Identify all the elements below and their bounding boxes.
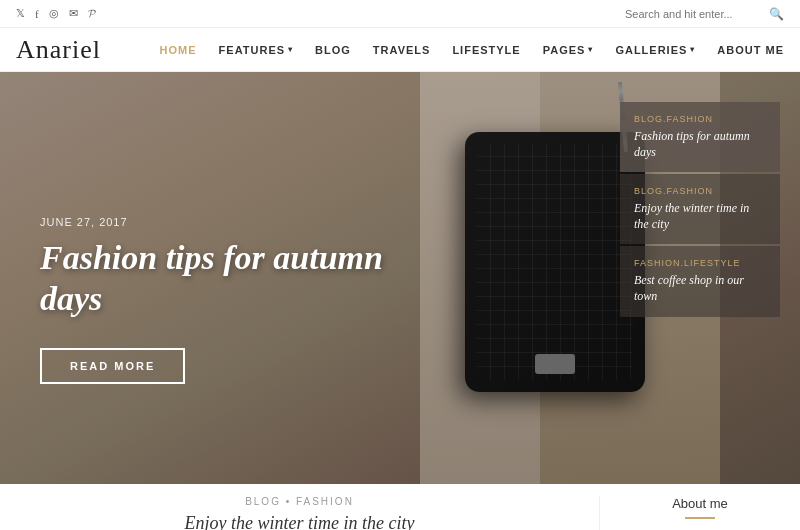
nav-item-pages[interactable]: PAGES ▾ xyxy=(543,44,594,56)
sidebar-card-title-0: Fashion tips for autumn days xyxy=(634,129,766,160)
sidebar-card-title-2: Best coffee shop in our town xyxy=(634,273,766,304)
hero-section: JUNE 27, 2017 Fashion tips for autumn da… xyxy=(0,72,800,484)
email-icon[interactable]: ✉ xyxy=(69,7,78,20)
instagram-icon[interactable]: ◎ xyxy=(49,7,59,20)
bottom-section: BLOG • FASHION Enjoy the winter time in … xyxy=(0,484,800,530)
nav-item-features[interactable]: FEATURES ▾ xyxy=(219,44,293,56)
nav-item-blog[interactable]: BLOG xyxy=(315,44,351,56)
nav-item-home[interactable]: HOME xyxy=(160,44,197,56)
hero-date: JUNE 27, 2017 xyxy=(40,216,400,228)
hero-content: JUNE 27, 2017 Fashion tips for autumn da… xyxy=(40,216,400,384)
read-more-button[interactable]: READ MORE xyxy=(40,348,185,384)
sidebar-card-category-1: BLOG.FASHION xyxy=(634,186,766,196)
search-input[interactable] xyxy=(625,8,763,20)
sidebar-card-category-0: BLOG.FASHION xyxy=(634,114,766,124)
chevron-down-icon: ▾ xyxy=(588,45,593,54)
hero-title: Fashion tips for autumn days xyxy=(40,238,400,320)
header: Anariel HOME FEATURES ▾ BLOG TRAVELS LIF… xyxy=(0,28,800,72)
sidebar-card-category-2: FASHION.LIFESTYLE xyxy=(634,258,766,268)
hero-sidebar: BLOG.FASHION Fashion tips for autumn day… xyxy=(620,102,780,317)
nav-item-about[interactable]: ABOUT ME xyxy=(717,44,784,56)
pinterest-icon[interactable]: 𝓟 xyxy=(88,7,95,20)
chevron-down-icon: ▾ xyxy=(288,45,293,54)
sidebar-card-0[interactable]: BLOG.FASHION Fashion tips for autumn day… xyxy=(620,102,780,172)
logo: Anariel xyxy=(16,35,101,65)
about-me-section: About me xyxy=(600,496,800,519)
top-bar: 𝕏 f ◎ ✉ 𝓟 🔍 xyxy=(0,0,800,28)
chevron-down-icon: ▾ xyxy=(690,45,695,54)
twitter-icon[interactable]: 𝕏 xyxy=(16,7,25,20)
search-button[interactable]: 🔍 xyxy=(769,7,784,21)
sidebar-card-title-1: Enjoy the winter time in the city xyxy=(634,201,766,232)
main-nav: HOME FEATURES ▾ BLOG TRAVELS LIFESTYLE P… xyxy=(160,44,784,56)
search-bar: 🔍 xyxy=(625,7,784,21)
sidebar-card-2[interactable]: FASHION.LIFESTYLE Best coffee shop in ou… xyxy=(620,246,780,316)
nav-item-lifestyle[interactable]: LIFESTYLE xyxy=(452,44,520,56)
sidebar-card-1[interactable]: BLOG.FASHION Enjoy the winter time in th… xyxy=(620,174,780,244)
article-title[interactable]: Enjoy the winter time in the city xyxy=(20,513,579,530)
article-category: BLOG • FASHION xyxy=(20,496,579,507)
bottom-article-preview: BLOG • FASHION Enjoy the winter time in … xyxy=(0,496,600,530)
social-icons: 𝕏 f ◎ ✉ 𝓟 xyxy=(16,7,95,20)
about-divider xyxy=(685,517,715,519)
facebook-icon[interactable]: f xyxy=(35,8,39,20)
nav-item-travels[interactable]: TRAVELS xyxy=(373,44,431,56)
about-me-label: About me xyxy=(620,496,780,511)
nav-item-galleries[interactable]: GALLERIES ▾ xyxy=(615,44,695,56)
